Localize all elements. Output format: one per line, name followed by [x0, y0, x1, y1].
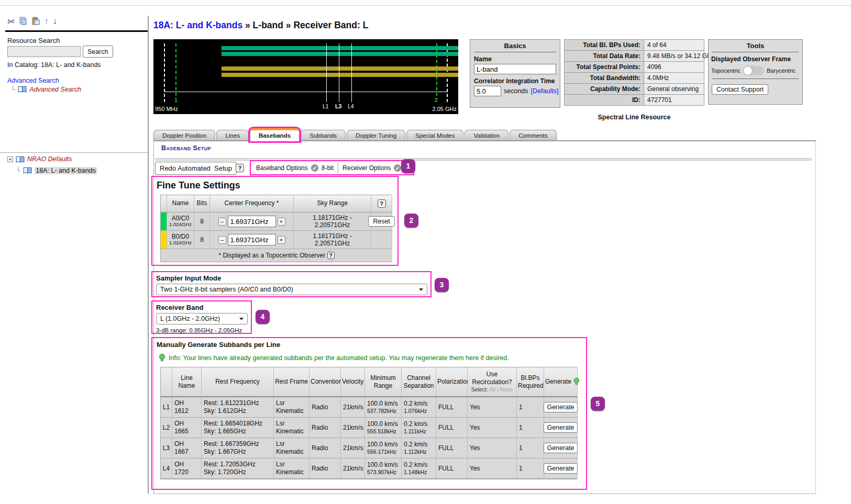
tab-comments[interactable]: Comments — [510, 130, 557, 141]
increment-button[interactable]: + — [278, 236, 285, 244]
stat-label: Capability Mode: — [565, 84, 644, 95]
convention-cell: Radio — [310, 397, 341, 418]
blbps-cell: 1 — [517, 458, 544, 479]
resource-stats-table: Total Bl. BPs Used: 4 of 64 Total Data R… — [564, 39, 704, 106]
breadcrumb-rest: » L-band » Receiver Band: L — [242, 20, 368, 30]
generate-header-text: Generate — [545, 378, 571, 385]
observer-frame-label: Displayed Observer Frame — [711, 55, 799, 63]
options-summary-box: Baseband Options ✓ 8-bit Receiver Option… — [250, 160, 414, 175]
increment-button[interactable]: + — [278, 218, 285, 226]
generate-button[interactable]: Generate — [544, 422, 577, 433]
polarization-cell: FULL — [436, 397, 468, 418]
tab-subbands[interactable]: Subbands — [301, 130, 346, 141]
channel-separation-cell: 0.2 km/s 1.148kHz — [402, 458, 436, 479]
baseband-color-swatch-green — [161, 212, 167, 231]
resource-name-field[interactable] — [474, 64, 556, 74]
breadcrumb-catalog-link[interactable]: 18A: L- and K-bands — [153, 20, 242, 30]
select-all-link[interactable]: All — [489, 386, 495, 393]
sky-frequency: Sky: 1.665GHz — [204, 428, 271, 435]
redo-automated-setup-button[interactable]: Redo Automated Setup — [155, 162, 237, 175]
min-range-khz: 537.782kHz — [367, 408, 399, 415]
check-circle-icon: ✓ — [394, 164, 401, 172]
basics-panel: Basics Name Correlator Integration Time … — [470, 39, 560, 108]
annotation-badge-5: 5 — [591, 397, 605, 411]
observer-frame-toggle[interactable] — [743, 66, 764, 75]
copy-icon[interactable] — [19, 17, 27, 27]
defaults-link[interactable]: [Defaults] — [531, 87, 559, 95]
help-icon[interactable]: ? — [378, 199, 386, 208]
content-frame-bottom — [153, 494, 816, 494]
search-button[interactable]: Search — [83, 46, 113, 58]
receiver-selected-option: L (1.0GHz - 2.0GHz) — [160, 315, 220, 322]
advanced-search-item-label: Advanced Search — [29, 86, 81, 93]
center-frequency-field[interactable] — [228, 234, 276, 245]
annotation-badge-4: 4 — [256, 310, 270, 324]
tree-item-nrao-defaults[interactable]: + NRAO Defaults — [7, 155, 72, 163]
polarization-cell: FULL — [436, 458, 468, 479]
recirculation-cell: Yes — [468, 458, 517, 479]
tree-item-18a-catalog[interactable]: └ 18A: L- and K-bands — [16, 166, 97, 174]
baseband-color-swatch-yellow — [161, 231, 167, 249]
resource-search-label: Resource Search — [7, 37, 60, 44]
bits-cell: 8 — [194, 212, 210, 231]
help-icon[interactable]: ? — [236, 164, 244, 172]
receiver-band-select[interactable]: L (1.0GHz - 2.0GHz) — [156, 313, 248, 324]
min-range-khz: 573.907kHz — [367, 469, 399, 476]
move-down-icon[interactable]: ↓ — [53, 16, 58, 27]
contact-support-button[interactable]: Contact Support — [712, 84, 768, 95]
stat-label: Total Bandwidth: — [565, 73, 644, 84]
chan-sep-khz: 1.111kHz — [404, 428, 434, 435]
tab-basebands-active[interactable]: Basebands — [250, 128, 300, 141]
col-header-rest-frequency: Rest Frequency — [202, 367, 274, 397]
sampler-input-mode-select[interactable]: Two 1-GHz 8-bit samplers (A0/C0 and B0/D… — [156, 284, 427, 295]
tab-validation[interactable]: Validation — [465, 130, 509, 141]
reset-cell-empty — [371, 231, 392, 249]
generate-button[interactable]: Generate — [544, 443, 577, 453]
tab-doppler-tuning[interactable]: Doppler Tuning — [347, 130, 405, 141]
line-id-cell: L3 — [161, 438, 172, 458]
marker-2-label: 2 — [435, 97, 438, 103]
advanced-search-link[interactable]: Advanced Search — [7, 77, 59, 84]
cut-icon[interactable]: ✂ — [7, 16, 15, 27]
integration-time-field[interactable] — [474, 86, 501, 96]
receiver-band-section: Receiver Band L (1.0GHz - 2.0GHz) 3-dB r… — [151, 300, 252, 334]
band-edge-marker-left — [164, 43, 165, 102]
receiver-3db-range-note: 3-dB range: 0.95GHz - 2.05GHz — [156, 327, 247, 333]
decrement-button[interactable]: – — [218, 218, 226, 226]
fine-tune-section: Fine Tune Settings Name Bits Center Freq… — [151, 176, 399, 266]
rest-frequency: Rest: 1.6654018GHz — [204, 420, 271, 428]
rest-frequency: Rest: 1.72053GHz — [204, 461, 271, 468]
polarization-cell: FULL — [436, 438, 468, 458]
tab-special-modes[interactable]: Special Modes — [406, 130, 463, 141]
center-frequency-cell: – + — [210, 231, 294, 249]
expand-icon[interactable]: + — [7, 156, 13, 162]
sidebar-toolbar: ✂ ↑ ↓ — [7, 16, 57, 27]
move-up-icon[interactable]: ↑ — [44, 16, 49, 27]
advanced-search-tree-item[interactable]: └ Advanced Search — [10, 85, 81, 93]
select-none-link[interactable]: None — [500, 386, 513, 393]
reset-button[interactable]: Reset — [368, 216, 395, 227]
col-header-polarization: Polarization — [436, 367, 468, 397]
catalog-scope-text: In Catalog: 18A: L- and K-bands — [7, 61, 101, 69]
integration-units: seconds — [504, 87, 528, 95]
help-icon[interactable]: ? — [327, 252, 335, 259]
rest-frequency-cell: Rest: 1.72053GHz Sky: 1.720GHz — [202, 458, 274, 479]
baseband-name-cell: A0/C0 1.024GHz — [167, 212, 194, 231]
tab-lines[interactable]: Lines — [216, 130, 249, 141]
baseband-a0c0-bar-upper — [222, 46, 458, 50]
paste-icon[interactable] — [31, 17, 40, 27]
col-header-name: Name — [167, 195, 194, 212]
generate-cell: Generate — [544, 418, 578, 438]
tree-item-label-selected: 18A: L- and K-bands — [35, 167, 97, 174]
tab-doppler-position[interactable]: Doppler Position — [153, 130, 215, 141]
generate-button[interactable]: Generate — [544, 402, 577, 412]
generate-button[interactable]: Generate — [544, 463, 577, 474]
search-input[interactable] — [7, 46, 81, 57]
decrement-button[interactable]: – — [218, 236, 226, 244]
catalog-book-icon — [23, 167, 32, 174]
receiver-options-group: Receiver Options ✓ L — [342, 164, 408, 172]
recirculation-title: Use Recirculation? — [469, 371, 515, 386]
chan-sep-khz: 1.076kHz — [404, 408, 434, 415]
center-frequency-field[interactable] — [228, 216, 276, 227]
min-range-khz: 556.171kHz — [367, 449, 399, 455]
